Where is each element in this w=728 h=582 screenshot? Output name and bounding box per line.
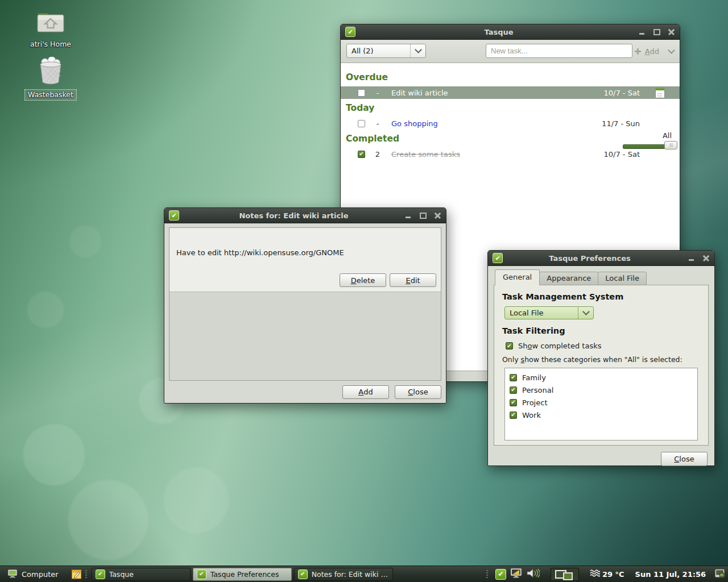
task-due-date[interactable]: 10/7 - Sat	[577, 150, 640, 159]
dropdown-arrow-button[interactable]	[578, 307, 593, 319]
taskbar: Computer ✔ Tasque ✔ Tasque Preferences ✔…	[0, 566, 728, 582]
task-due-date[interactable]: 10/7 - Sat	[577, 89, 640, 97]
panel-grip[interactable]	[85, 570, 87, 579]
add-options-chevron-icon[interactable]	[668, 47, 675, 54]
tray-grip[interactable]	[486, 570, 488, 579]
close-notes-button[interactable]: Close	[395, 385, 441, 399]
task-filtering-heading: Task Filtering	[502, 326, 702, 335]
minimize-button[interactable]	[404, 208, 412, 223]
preferences-titlebar[interactable]: ✔ Tasque Preferences	[488, 251, 714, 266]
slider-handle[interactable]	[664, 141, 677, 149]
notes-window-title: Notes for: Edit wiki article	[187, 211, 400, 220]
chevron-down-icon	[415, 46, 422, 53]
category-row-family[interactable]: ✔ Family	[510, 371, 693, 384]
add-task-button[interactable]: Add	[635, 40, 674, 63]
tab-local-file[interactable]: Local File	[598, 272, 647, 285]
notes-plugin-icon[interactable]	[71, 569, 82, 580]
taskbar-button-label: Tasque	[109, 570, 134, 579]
new-task-input[interactable]	[486, 44, 632, 58]
edit-note-button[interactable]: Edit	[390, 273, 436, 287]
desktop-icon-home-label: atri's Home	[27, 39, 74, 49]
workspace-window-outline	[563, 572, 573, 580]
delete-note-button[interactable]: Delete	[340, 273, 386, 287]
display-settings-tray-icon[interactable]	[510, 568, 522, 581]
taskbar-button-label: Notes for: Edit wiki art...	[312, 570, 389, 579]
minimize-button[interactable]	[638, 24, 646, 39]
maximize-button[interactable]	[653, 24, 660, 39]
task-priority[interactable]: 2	[373, 150, 383, 159]
task-row-edit-wiki-article[interactable]: - Edit wiki article 10/7 - Sat	[341, 86, 680, 99]
tasque-toolbar: All (2) Add	[341, 40, 680, 63]
category-checkbox[interactable]: ✔	[510, 411, 517, 419]
preferences-general-page: Task Management System Local File Task F…	[494, 285, 709, 446]
add-note-button[interactable]: Add	[342, 385, 389, 399]
maximize-button[interactable]	[419, 208, 427, 223]
notes-scroll-area: Have to edit http://wiki.opensuse.org/GN…	[169, 227, 441, 381]
workspace-switcher[interactable]	[551, 568, 579, 581]
tasque-icon: ✔	[298, 569, 308, 579]
category-row-project[interactable]: ✔ Project	[510, 396, 693, 409]
category-filter-dropdown[interactable]: All (2)	[346, 44, 426, 58]
computer-icon	[7, 569, 18, 580]
task-due-date[interactable]: 11/7 - Sun	[577, 119, 640, 128]
add-task-label: Add	[645, 47, 659, 56]
category-checkbox[interactable]: ✔	[510, 374, 517, 381]
calendar-tray-icon[interactable]	[714, 568, 725, 581]
task-priority[interactable]: -	[373, 119, 383, 128]
category-row-personal[interactable]: ✔ Personal	[510, 384, 693, 396]
task-title[interactable]: Edit wiki article	[391, 89, 577, 97]
taskbar-button-tasque-preferences[interactable]: ✔ Tasque Preferences	[193, 568, 292, 581]
preferences-tabs: General Appearance Local File	[494, 269, 709, 285]
show-completed-label: Show completed tasks	[518, 342, 601, 350]
tab-general[interactable]: General	[495, 269, 540, 285]
task-checkbox[interactable]	[358, 89, 365, 97]
close-button[interactable]	[434, 208, 441, 223]
tasque-tray-icon[interactable]: ✔	[495, 569, 506, 580]
task-row-create-some-tasks[interactable]: ✔ 2 Create some tasks 10/7 - Sat	[341, 148, 680, 160]
close-preferences-button[interactable]: Close	[661, 452, 708, 466]
close-icon	[703, 255, 709, 261]
desktop-icon-wastebasket-label: Wastebasket	[24, 89, 77, 101]
section-header-today: Today	[346, 103, 680, 113]
weather-temperature: 29 °C	[602, 570, 624, 579]
tasque-window-title: Tasque	[363, 28, 634, 36]
dropdown-arrow-button[interactable]	[410, 44, 425, 57]
minimize-icon	[406, 217, 411, 218]
tasque-titlebar[interactable]: ✔ Tasque	[341, 24, 680, 40]
task-title[interactable]: Create some tasks	[391, 150, 577, 159]
maximize-icon	[653, 29, 660, 35]
desktop-icon-home[interactable]: atri's Home	[19, 8, 82, 49]
category-label: Personal	[522, 386, 553, 394]
tab-appearance[interactable]: Appearance	[539, 272, 598, 285]
taskbar-button-tasque[interactable]: ✔ Tasque	[92, 568, 191, 581]
tasque-app-icon: ✔	[345, 27, 355, 37]
category-checkbox[interactable]: ✔	[510, 399, 517, 406]
task-note-icon[interactable]	[655, 88, 665, 98]
note-card: Have to edit http://wiki.opensuse.org/GN…	[169, 228, 441, 292]
task-priority[interactable]: -	[373, 89, 383, 97]
minimize-button[interactable]	[688, 251, 695, 265]
notes-titlebar[interactable]: ✔ Notes for: Edit wiki article	[164, 208, 446, 223]
show-completed-row[interactable]: ✔ Show completed tasks	[506, 342, 702, 350]
category-checkbox[interactable]: ✔	[510, 386, 517, 394]
task-row-go-shopping[interactable]: - Go shopping 11/7 - Sun	[341, 117, 680, 130]
tasque-app-icon: ✔	[169, 210, 179, 221]
backend-value: Local File	[505, 309, 578, 317]
computer-menu-button[interactable]: Computer	[3, 568, 63, 581]
backend-dropdown[interactable]: Local File	[504, 306, 594, 319]
task-checkbox-checked[interactable]: ✔	[358, 151, 365, 158]
clock[interactable]: Sun 11 Jul, 21:56	[635, 570, 706, 579]
close-button[interactable]	[702, 251, 710, 265]
taskbar-button-notes[interactable]: ✔ Notes for: Edit wiki art...	[294, 568, 393, 581]
task-title[interactable]: Go shopping	[391, 119, 577, 128]
category-row-work[interactable]: ✔ Work	[510, 409, 693, 421]
weather-applet[interactable]: 29 °C	[590, 569, 624, 579]
task-checkbox[interactable]	[358, 120, 365, 127]
category-filter-value: All (2)	[347, 47, 410, 55]
show-completed-checkbox[interactable]: ✔	[506, 342, 513, 350]
volume-tray-icon[interactable]	[526, 568, 540, 581]
home-folder-icon	[35, 8, 66, 38]
desktop-icon-wastebasket[interactable]: Wastebasket	[19, 57, 82, 101]
preferences-window-title: Tasque Preferences	[511, 254, 669, 263]
close-button[interactable]	[668, 24, 675, 39]
